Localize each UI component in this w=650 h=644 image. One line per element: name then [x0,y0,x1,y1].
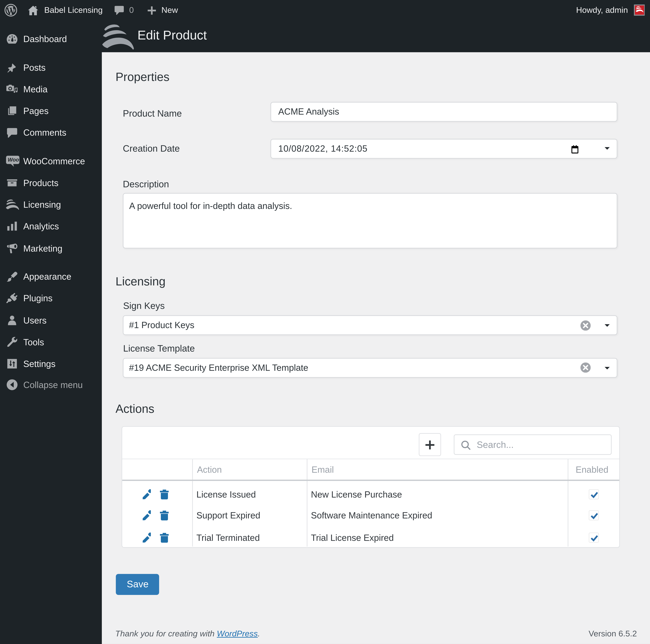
svg-text:Woo: Woo [8,157,19,163]
